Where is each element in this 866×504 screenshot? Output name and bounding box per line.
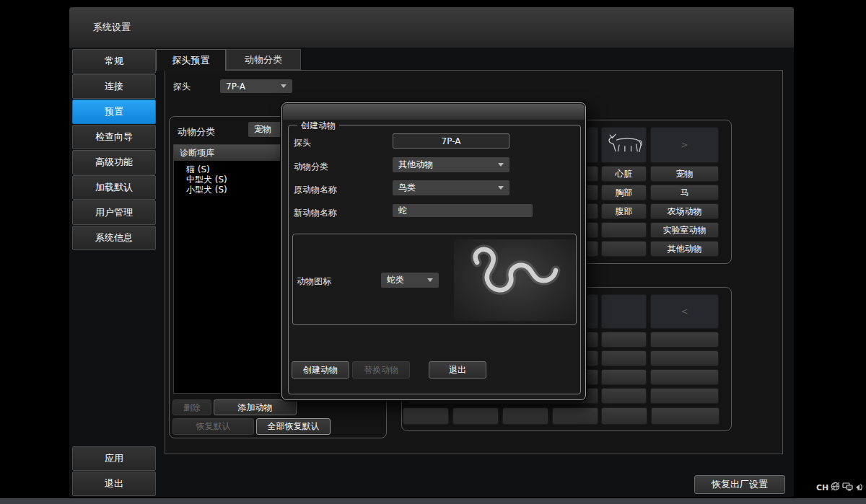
category-button-farm-animal[interactable]: 农场动物 [650,203,719,219]
dialog-orig-name-label: 原动物名称 [294,184,337,196]
dialog-replace-button[interactable]: 替换动物 [352,361,410,379]
animal-icon-label: 动物图标 [297,275,331,288]
empty-preset-button[interactable] [650,350,719,366]
chevron-down-icon [427,278,433,282]
snake-preview-image [454,239,576,321]
sidebar-item-user-mgmt[interactable]: 用户管理 [72,200,156,225]
empty-preset-button[interactable] [650,388,719,404]
empty-preset-button[interactable] [650,369,719,385]
dialog-category-label: 动物分类 [294,161,328,173]
screen-bottom-strip [0,498,866,504]
chevron-down-icon [281,84,287,88]
animal-classification-label: 动物分类 [178,125,215,138]
chevron-down-icon [498,163,504,167]
tab-animal-category[interactable]: 动物分类 [226,49,301,70]
cow-image-button[interactable] [601,127,647,163]
empty-preset-button[interactable] [502,407,548,425]
tab-probe-preset[interactable]: 探头预置 [156,49,226,71]
category-button-other-animal[interactable]: 其他动物 [650,241,719,257]
new-animal-name-input[interactable] [393,204,533,217]
display-status-icon[interactable] [842,481,853,495]
dialog-probe-label: 探头 [294,137,311,149]
empty-preset-button[interactable] [452,407,499,425]
empty-preset-button[interactable] [601,407,647,425]
body-part-button-chest[interactable]: 胸部 [601,185,647,200]
sidebar-item-system-info[interactable]: 系统信息 [72,226,156,250]
empty-preset-button[interactable] [650,332,719,348]
dialog-orig-name-value: 鸟类 [398,182,494,194]
body-part-button-abdomen[interactable]: 腹部 [601,203,647,219]
empty-preset-button[interactable] [651,407,720,425]
body-part-button-heart[interactable]: 心脏 [601,166,647,182]
dialog-new-name-label: 新动物名称 [294,207,337,219]
exit-button[interactable]: 退出 [72,472,156,496]
next-arrow-glyph: > [681,140,688,150]
next-page-button[interactable]: > [650,127,719,163]
restore-all-default-button[interactable]: 全部恢复默认 [256,418,331,435]
dialog-title: 创建动物 [297,120,339,132]
dialog-probe-value: 7P-A [393,133,509,149]
sidebar-item-advanced[interactable]: 高级功能 [72,150,156,174]
empty-preset-button[interactable] [601,369,647,385]
cow-icon [605,131,643,159]
language-indicator[interactable]: CH [816,483,828,492]
category-button-lab-animal[interactable]: 实验室动物 [650,222,719,238]
chevron-down-icon [498,186,504,190]
animal-icon-dropdown[interactable]: 蛇类 [381,273,439,288]
window-title: 系统设置 [93,22,131,32]
animal-icon-value: 蛇类 [387,274,423,286]
sidebar-item-load-default[interactable]: 加载默认 [72,175,156,200]
usb-status-icon[interactable] [854,481,865,495]
dialog-titlebar[interactable] [283,104,585,120]
empty-preset-button[interactable] [601,350,647,366]
body-part-button-empty[interactable] [601,222,647,238]
factory-reset-button[interactable]: 恢复出厂设置 [694,475,785,494]
empty-preset-button[interactable] [403,407,449,425]
apply-button[interactable]: 应用 [72,446,156,471]
probe-dropdown[interactable]: 7P-A [220,79,292,93]
snake-icon [454,239,576,321]
prev-arrow-glyph: < [681,306,688,317]
network-status-icon[interactable] [830,481,841,495]
sidebar-item-preset[interactable]: 预置 [72,100,156,124]
delete-button[interactable]: 删除 [172,399,211,415]
dialog-category-value: 其他动物 [398,159,494,171]
add-animal-button[interactable]: 添加动物 [214,399,297,415]
probe-label: 探头 [173,81,191,93]
create-animal-dialog: 创建动物 探头 7P-A 动物分类 其他动物 原动物名称 鸟类 新动物名称 动物… [281,102,586,400]
screen: 系统设置 常规 连接 预置 检查向导 高级功能 加载默认 用户管理 系统信息 应… [0,0,866,504]
probe-dropdown-value: 7P-A [226,81,276,92]
window-titlebar: 系统设置 [69,7,794,48]
empty-preset-button[interactable] [601,388,647,404]
body-part-button-empty[interactable] [601,241,647,257]
sidebar-item-general[interactable]: 常规 [72,49,156,74]
animal-image-cell-empty[interactable] [601,294,647,329]
restore-default-button[interactable]: 恢复默认 [172,418,254,435]
empty-preset-button[interactable] [601,332,647,348]
prev-page-button[interactable]: < [650,294,719,329]
dialog-category-dropdown[interactable]: 其他动物 [393,157,509,172]
category-button-pet[interactable]: 宠物 [650,166,719,182]
dialog-exit-button[interactable]: 退出 [429,361,486,379]
dialog-orig-name-dropdown[interactable]: 鸟类 [393,180,509,195]
sidebar-item-connect[interactable]: 连接 [72,74,156,99]
sidebar-item-exam-wizard[interactable]: 检查向导 [72,125,156,149]
category-button-horse[interactable]: 马 [650,185,719,200]
empty-preset-button[interactable] [552,407,598,425]
dialog-create-button[interactable]: 创建动物 [292,361,349,379]
